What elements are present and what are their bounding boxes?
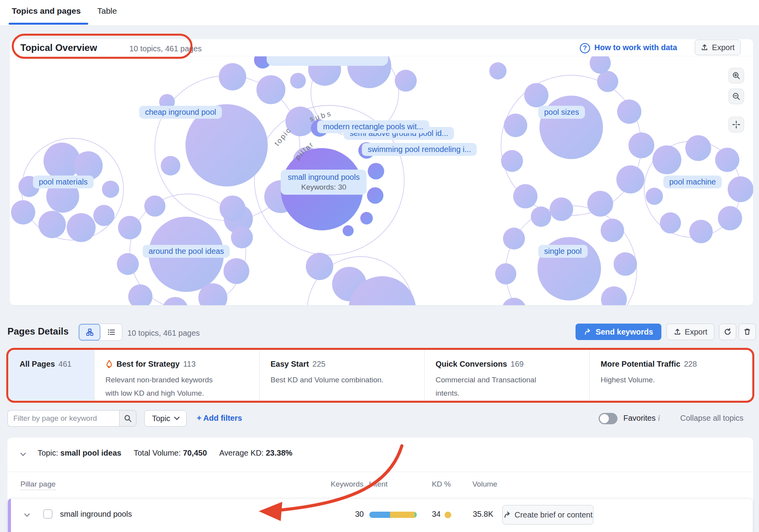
keyword-bubble[interactable]: [38, 211, 66, 238]
export-button-top[interactable]: Export: [695, 40, 741, 55]
collapse-all-topics-link[interactable]: Collapse all topics: [680, 414, 743, 423]
bubble-chart-canvas[interactable]: [10, 56, 753, 305]
keyword-bubble[interactable]: [597, 71, 618, 92]
column-header-kd[interactable]: KD %: [427, 480, 451, 489]
refresh-button[interactable]: [719, 324, 736, 340]
export-button-pages[interactable]: Export: [666, 324, 714, 340]
column-header-keywords[interactable]: Keywords: [325, 480, 363, 489]
topic-filter-dropdown[interactable]: Topic: [144, 410, 187, 427]
row-expand-chevron[interactable]: [24, 511, 30, 517]
center-view-button[interactable]: [728, 117, 744, 132]
pillar-topic-tooltip[interactable]: small inground pools Keywords: 30: [281, 170, 367, 195]
tab-all-pages[interactable]: All Pages 461: [9, 350, 94, 400]
keyword-bubble[interactable]: [601, 219, 624, 242]
keyword-bubble[interactable]: [102, 181, 119, 198]
subtopic-bubble[interactable]: [343, 225, 354, 236]
keyword-bubble[interactable]: [685, 135, 711, 161]
topic-label-cutoff[interactable]: [267, 56, 388, 66]
column-header-pillar-page[interactable]: Pillar page: [20, 480, 56, 490]
how-to-work-with-data-link[interactable]: How to work with data: [594, 43, 677, 52]
view-topics-button[interactable]: [79, 324, 100, 340]
keyword-bubble[interactable]: [219, 63, 246, 90]
keyword-bubble[interactable]: [502, 298, 526, 305]
keyword-bubble[interactable]: [628, 132, 654, 158]
keyword-bubble[interactable]: [231, 226, 253, 248]
keyword-bubble[interactable]: [550, 197, 573, 221]
keyword-bubble[interactable]: [503, 228, 525, 250]
keyword-bubble[interactable]: [220, 195, 245, 221]
keyword-bubble[interactable]: [162, 297, 188, 305]
keyword-bubble[interactable]: [617, 100, 641, 124]
add-filters-link[interactable]: + Add filters: [197, 414, 242, 423]
tab-best-for-strategy[interactable]: Best for Strategy 113 Relevant non-brand…: [94, 350, 260, 400]
keyword-bubble[interactable]: [93, 205, 114, 226]
search-input[interactable]: [7, 410, 119, 427]
topic-label-around-the-pool-ideas[interactable]: around the pool ideas: [143, 245, 230, 258]
keyword-bubble[interactable]: [67, 213, 96, 242]
zoom-in-button[interactable]: [728, 68, 744, 83]
topic-label-pool-materials[interactable]: pool materials: [33, 176, 94, 188]
keyword-bubble[interactable]: [504, 114, 527, 137]
keyword-bubble[interactable]: [524, 83, 548, 107]
keyword-bubble[interactable]: [489, 62, 507, 80]
keyword-bubble[interactable]: [117, 253, 139, 275]
zoom-out-button[interactable]: [728, 89, 744, 104]
send-keywords-button[interactable]: Send keywords: [576, 324, 661, 340]
keyword-bubble[interactable]: [718, 206, 742, 230]
keyword-bubble[interactable]: [652, 145, 681, 174]
search-button[interactable]: [119, 410, 136, 427]
keyword-bubble[interactable]: [601, 286, 627, 305]
keyword-bubble[interactable]: [646, 188, 663, 205]
keyword-bubble[interactable]: [660, 212, 681, 233]
keyword-bubble[interactable]: [501, 150, 523, 172]
keyword-bubble[interactable]: [715, 148, 739, 172]
keyword-bubble[interactable]: [223, 258, 249, 284]
keyword-bubble[interactable]: [256, 75, 285, 104]
topic-bubble-chart[interactable]: topic pillar subs cheap inground pool po…: [10, 56, 753, 305]
intent-bar: [369, 512, 417, 518]
tab-easy-start[interactable]: Easy Start 225 Best KD and Volume combin…: [260, 350, 425, 400]
delete-button[interactable]: [739, 324, 756, 340]
keyword-bubble[interactable]: [495, 263, 516, 284]
topical-overview-subtitle: 10 topics, 461 pages: [129, 44, 202, 53]
pillar-page-row[interactable]: small inground pools 30 34 35.8K Create …: [7, 498, 753, 532]
view-list-button[interactable]: [100, 324, 122, 340]
keyword-bubble[interactable]: [11, 200, 35, 224]
keyword-bubble[interactable]: [395, 70, 417, 92]
keyword-bubble[interactable]: [539, 96, 603, 159]
keyword-bubble[interactable]: [290, 73, 306, 89]
tab-table[interactable]: Table: [97, 6, 117, 16]
tab-quick-conversions[interactable]: Quick Conversions 169 Commercial and Tra…: [425, 350, 590, 400]
keyword-bubble[interactable]: [616, 165, 645, 194]
kd-difficulty-dot: [445, 512, 451, 518]
keyword-bubble[interactable]: [118, 216, 142, 239]
keyword-bubble[interactable]: [587, 191, 613, 217]
tab-more-potential-traffic[interactable]: More Potential Traffic 228 Highest Volum…: [590, 350, 752, 400]
keyword-bubble[interactable]: [128, 284, 153, 305]
keyword-bubble[interactable]: [306, 253, 333, 280]
topic-label-pool-sizes[interactable]: pool sizes: [538, 106, 585, 119]
subtopic-bubble[interactable]: [368, 163, 384, 179]
keyword-bubble[interactable]: [161, 156, 180, 176]
info-icon[interactable]: i: [658, 414, 660, 423]
row-checkbox[interactable]: [43, 509, 53, 519]
topic-label-cheap-inground-pool[interactable]: cheap inground pool: [139, 106, 222, 119]
keyword-bubble[interactable]: [614, 252, 637, 276]
favorites-toggle[interactable]: [599, 413, 617, 424]
topic-label-pool-machine[interactable]: pool machine: [663, 176, 722, 188]
topic-label-modern-rectangle[interactable]: modern rectangle pools wit...: [317, 120, 429, 133]
keyword-bubble[interactable]: [689, 220, 713, 243]
keyword-bubble[interactable]: [144, 195, 165, 217]
keyword-bubble[interactable]: [728, 176, 753, 202]
create-brief-button[interactable]: Create brief or content: [502, 505, 594, 525]
topic-collapse-chevron[interactable]: [20, 451, 26, 456]
subtopic-bubble[interactable]: [367, 187, 383, 204]
pillar-page-name[interactable]: small inground pools: [60, 510, 132, 519]
tab-topics-and-pages[interactable]: Topics and pages: [12, 6, 81, 16]
topic-label-swimming-pool-remodeling[interactable]: swimming pool remodeling i...: [362, 143, 477, 156]
topic-label-single-pool[interactable]: single pool: [538, 245, 588, 258]
subtopic-bubble[interactable]: [360, 212, 373, 224]
column-header-volume[interactable]: Volume: [472, 480, 497, 489]
keyword-bubble[interactable]: [513, 184, 537, 208]
keyword-bubble[interactable]: [531, 206, 551, 227]
